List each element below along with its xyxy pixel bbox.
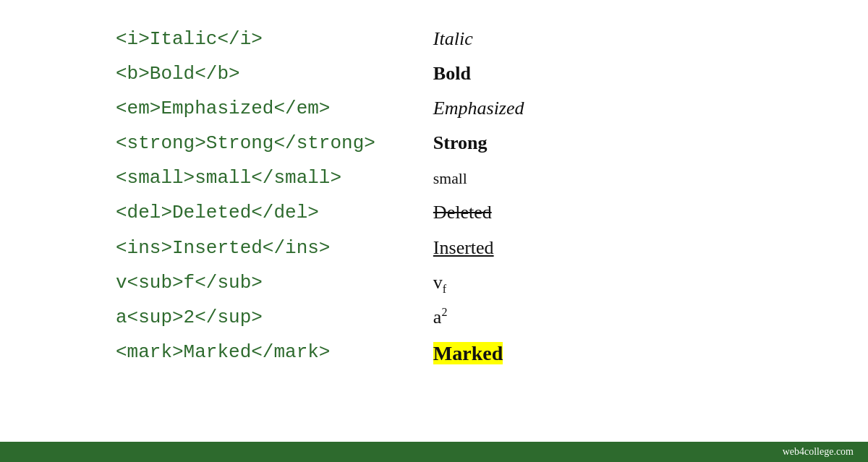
code-line-del: <del>Deleted</del> (116, 195, 375, 230)
result-column: Italic Bold Emphasized Strong small Dele… (433, 22, 524, 372)
main-content: <i>Italic</i> <b>Bold</b> <em>Emphasized… (0, 0, 868, 394)
result-sup: a2 (433, 300, 524, 335)
footer-bar: web4college.com (0, 442, 868, 462)
result-mark-wrapper: Marked (433, 335, 524, 372)
code-line-em: <em>Emphasized</em> (116, 91, 375, 126)
result-sub: vf (433, 265, 524, 300)
code-line-italic: <i>Italic</i> (116, 22, 375, 56)
code-column: <i>Italic</i> <b>Bold</b> <em>Emphasized… (116, 22, 375, 369)
result-mark: Marked (433, 342, 503, 364)
code-line-mark: <mark>Marked</mark> (116, 335, 375, 369)
result-bold: Bold (433, 56, 524, 91)
result-del: Deleted (433, 195, 524, 230)
code-line-strong: <strong>Strong</strong> (116, 126, 375, 161)
code-line-small: <small>small</small> (116, 161, 375, 195)
code-line-ins: <ins>Inserted</ins> (116, 231, 375, 265)
footer-text: web4college.com (783, 446, 854, 458)
result-italic: Italic (433, 22, 524, 56)
result-small: small (433, 170, 467, 187)
code-line-bold: <b>Bold</b> (116, 56, 375, 91)
result-small-wrapper: small (433, 161, 524, 195)
result-ins: Inserted (433, 231, 524, 265)
result-em: Emphasized (433, 91, 524, 126)
code-line-sup: a<sup>2</sup> (116, 300, 375, 335)
code-line-sub: v<sub>f</sub> (116, 265, 375, 300)
result-strong: Strong (433, 126, 524, 161)
